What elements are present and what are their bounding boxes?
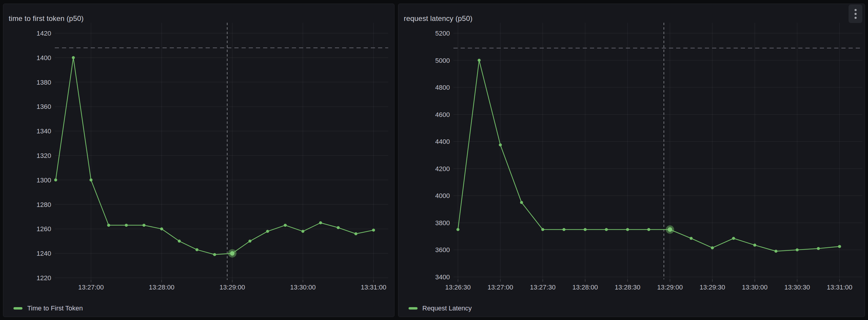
kebab-vertical-icon	[855, 9, 857, 19]
svg-text:3400: 3400	[435, 273, 450, 281]
svg-text:13:29:00: 13:29:00	[657, 284, 683, 291]
svg-text:1380: 1380	[36, 79, 51, 86]
svg-text:1320: 1320	[36, 152, 51, 159]
y-axis-labels: 5200500048004600440042004000380036003400	[435, 30, 450, 281]
panel-menu-button[interactable]	[848, 4, 862, 23]
svg-text:4400: 4400	[435, 138, 450, 145]
svg-text:1340: 1340	[36, 127, 51, 135]
svg-text:1280: 1280	[36, 201, 51, 209]
series-line	[56, 58, 374, 255]
dashboard: 1420140013801360134013201300128012601240…	[0, 0, 868, 320]
panel-time-to-first-token: 1420140013801360134013201300128012601240…	[3, 4, 395, 317]
svg-text:13:27:30: 13:27:30	[530, 284, 556, 291]
y-axis-labels: 1420140013801360134013201300128012601240…	[36, 30, 51, 282]
svg-text:1260: 1260	[36, 225, 51, 233]
svg-text:5200: 5200	[435, 30, 450, 37]
gridlines	[55, 23, 388, 282]
series-swatch-icon	[408, 307, 417, 310]
svg-text:1420: 1420	[36, 30, 51, 37]
svg-text:13:31:00: 13:31:00	[827, 284, 852, 291]
legend: Time to First Token	[13, 303, 83, 313]
svg-text:13:30:00: 13:30:00	[290, 284, 316, 291]
svg-text:13:30:00: 13:30:00	[742, 284, 768, 291]
svg-text:13:30:30: 13:30:30	[784, 284, 810, 291]
highlighted-point[interactable]	[228, 249, 237, 257]
panel-request-latency: 5200500048004600440042004000380036003400…	[398, 4, 865, 317]
svg-text:1240: 1240	[36, 250, 51, 257]
svg-text:13:28:30: 13:28:30	[615, 284, 641, 291]
data-points	[457, 59, 841, 253]
svg-text:13:28:00: 13:28:00	[572, 284, 598, 291]
legend-label: Time to First Token	[27, 305, 83, 312]
data-points	[54, 56, 375, 256]
svg-text:13:27:00: 13:27:00	[78, 284, 104, 291]
legend-item[interactable]: Time to First Token	[13, 305, 83, 312]
panel-title: request latency (p50)	[404, 14, 473, 23]
legend-label: Request Latency	[422, 305, 472, 312]
x-axis-labels: 13:26:3013:27:0013:27:3013:28:0013:28:30…	[445, 284, 852, 291]
svg-text:1360: 1360	[36, 103, 51, 110]
svg-text:1400: 1400	[36, 54, 51, 62]
gridlines	[454, 23, 862, 282]
panel-title: time to first token (p50)	[9, 14, 84, 23]
series-swatch-icon	[13, 307, 23, 310]
svg-text:4200: 4200	[435, 165, 450, 172]
svg-text:3600: 3600	[435, 246, 450, 254]
svg-text:13:29:00: 13:29:00	[219, 284, 245, 291]
legend: Request Latency	[408, 303, 472, 313]
svg-text:1220: 1220	[36, 274, 51, 282]
svg-text:3800: 3800	[435, 219, 450, 227]
svg-text:4000: 4000	[435, 192, 450, 199]
svg-text:4800: 4800	[435, 84, 450, 91]
ttft-chart[interactable]: 1420140013801360134013201300128012601240…	[3, 4, 394, 317]
svg-text:4600: 4600	[435, 111, 450, 119]
svg-text:13:26:30: 13:26:30	[445, 284, 471, 291]
svg-text:1300: 1300	[36, 177, 51, 184]
highlighted-point[interactable]	[666, 225, 674, 234]
legend-item[interactable]: Request Latency	[408, 305, 472, 312]
x-axis-labels: 13:27:0013:28:0013:29:0013:30:0013:31:00	[78, 284, 386, 291]
svg-text:13:29:30: 13:29:30	[700, 284, 725, 291]
svg-text:5000: 5000	[435, 57, 450, 64]
latency-chart[interactable]: 5200500048004600440042004000380036003400…	[398, 4, 865, 317]
svg-text:13:28:00: 13:28:00	[149, 284, 175, 291]
svg-text:13:31:00: 13:31:00	[361, 284, 386, 291]
svg-text:13:27:00: 13:27:00	[488, 284, 513, 291]
